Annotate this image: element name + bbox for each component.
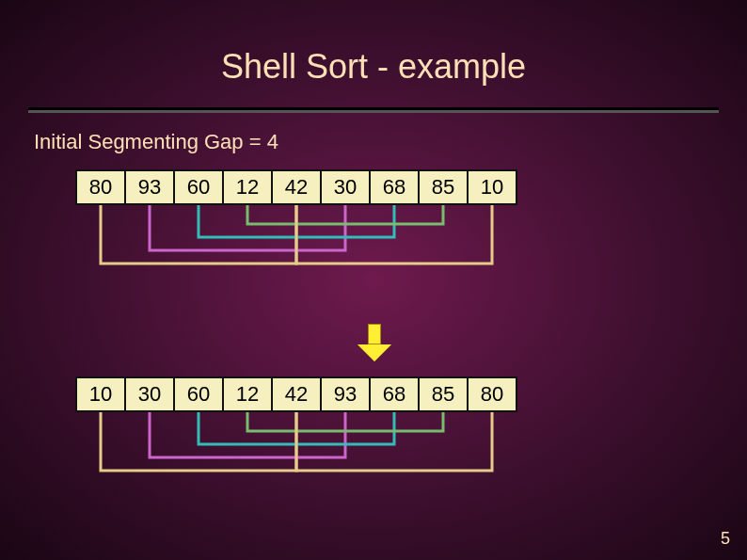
array-cell: 93 (320, 376, 371, 412)
array-cell: 12 (222, 169, 273, 205)
slide-title: Shell Sort - example (0, 0, 747, 87)
array-cell: 42 (271, 376, 322, 412)
array-cell: 30 (320, 169, 371, 205)
down-arrow-icon (358, 324, 391, 361)
array-cell: 68 (369, 376, 420, 412)
array-cell: 93 (124, 169, 175, 205)
array-after-stage: 103060124293688580 (75, 376, 747, 499)
array-cell: 60 (173, 376, 224, 412)
subtitle: Initial Segmenting Gap = 4 (34, 130, 747, 154)
array-cell: 85 (418, 376, 469, 412)
array-cell: 42 (271, 169, 322, 205)
array-cell: 10 (467, 169, 517, 205)
page-number: 5 (721, 529, 730, 549)
array-cell: 30 (124, 376, 175, 412)
array-cell: 80 (75, 169, 126, 205)
divider (28, 107, 719, 113)
array-cell: 60 (173, 169, 224, 205)
transition (75, 292, 747, 367)
array-after: 103060124293688580 (75, 376, 747, 412)
array-before: 809360124230688510 (75, 169, 747, 205)
array-cell: 80 (467, 376, 517, 412)
array-cell: 12 (222, 376, 273, 412)
array-cell: 10 (75, 376, 126, 412)
array-before-stage: 809360124230688510 (75, 169, 747, 292)
array-cell: 85 (418, 169, 469, 205)
array-cell: 68 (369, 169, 420, 205)
